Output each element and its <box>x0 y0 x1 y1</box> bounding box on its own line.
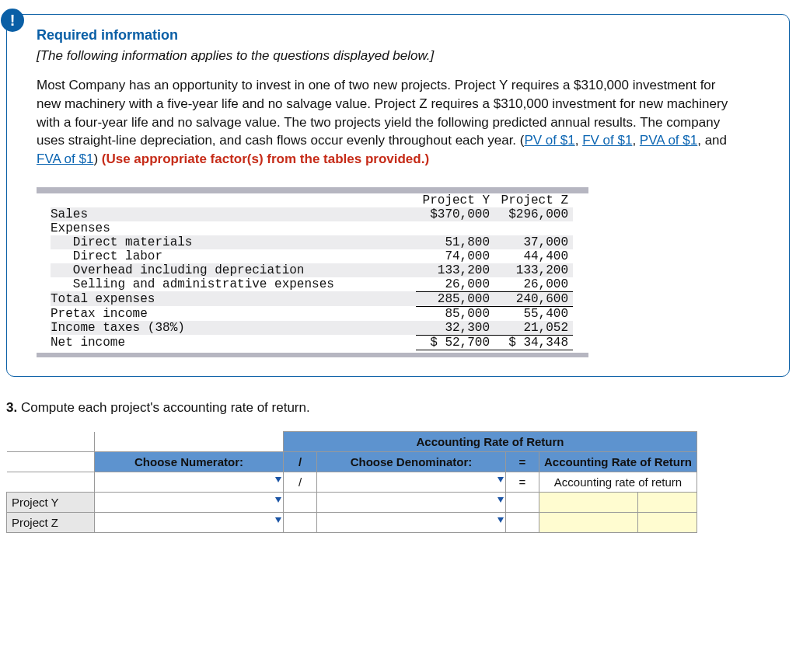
equals-header: = <box>506 452 539 472</box>
chevron-down-icon <box>275 517 281 523</box>
required-info-heading: Required information <box>37 27 736 44</box>
row-label: Sales <box>51 207 416 221</box>
project-y-denominator-select[interactable] <box>317 493 506 513</box>
project-y-numerator-select[interactable] <box>95 493 284 513</box>
cell: 85,000 <box>416 306 494 321</box>
cell: 133,200 <box>494 263 573 277</box>
row-label: Net income <box>51 335 416 350</box>
cell: $ 52,700 <box>416 335 494 350</box>
cell: 21,052 <box>494 321 573 336</box>
row-label: Direct materials <box>51 235 416 249</box>
project-z-label: Project Z <box>7 513 95 533</box>
result-row-label: Accounting rate of return <box>539 472 697 493</box>
col-header-project-y: Project Y <box>416 193 494 207</box>
row-label: Selling and administrative expenses <box>51 277 416 292</box>
project-y-result-unit[interactable] <box>638 493 697 513</box>
cell: $370,000 <box>416 207 494 221</box>
slash-header: / <box>284 452 317 472</box>
info-icon: ! <box>1 9 24 32</box>
cell: 285,000 <box>416 291 494 306</box>
denominator-header: Choose Denominator: <box>317 452 506 472</box>
row-label: Direct labor <box>51 249 416 263</box>
cell: 51,800 <box>416 235 494 249</box>
required-info-box: ! Required information [The following in… <box>6 14 790 377</box>
slash-cell: / <box>284 472 317 493</box>
project-z-numerator-select[interactable] <box>95 513 284 533</box>
row-label: Pretax income <box>51 306 416 321</box>
info-content: Required information [The following info… <box>37 15 736 362</box>
project-z-denominator-select[interactable] <box>317 513 506 533</box>
project-z-result-unit[interactable] <box>638 513 697 533</box>
question-line: 3. Compute each project's accounting rat… <box>6 400 790 416</box>
chevron-down-icon <box>275 477 281 482</box>
problem-paragraph: Most Company has an opportunity to inves… <box>37 76 736 169</box>
answer-title: Accounting Rate of Return <box>284 432 697 452</box>
pva-link[interactable]: PVA of $1 <box>640 133 697 148</box>
chevron-down-icon <box>275 497 281 503</box>
cell: 133,200 <box>416 263 494 277</box>
row-label: Expenses <box>51 221 416 235</box>
row-label: Overhead including depreciation <box>51 263 416 277</box>
fv-link[interactable]: FV of $1 <box>582 133 632 148</box>
cell: 44,400 <box>494 249 573 263</box>
col-header-project-z: Project Z <box>494 193 573 207</box>
cell: 55,400 <box>494 306 573 321</box>
question-text: Compute each project's accounting rate o… <box>17 400 310 415</box>
equals-cell: = <box>506 472 539 493</box>
fva-link[interactable]: FVA of $1 <box>37 151 93 166</box>
red-instruction: (Use appropriate factor(s) from the tabl… <box>102 151 429 166</box>
row-label: Total expenses <box>51 291 416 306</box>
applies-note: [The following information applies to th… <box>37 48 736 64</box>
cell: $ 34,348 <box>494 335 573 350</box>
cell: 32,300 <box>416 321 494 336</box>
cell: 74,000 <box>416 249 494 263</box>
answer-table: Accounting Rate of Return Choose Numerat… <box>6 431 697 533</box>
chevron-down-icon <box>498 497 504 503</box>
result-header: Accounting Rate of Return <box>539 452 697 472</box>
project-y-result-input[interactable] <box>539 493 638 513</box>
row-label: Income taxes (38%) <box>51 321 416 336</box>
cell: 26,000 <box>416 277 494 292</box>
cell: 26,000 <box>494 277 573 292</box>
numerator-header: Choose Numerator: <box>95 452 284 472</box>
project-z-result-input[interactable] <box>539 513 638 533</box>
numerator-select[interactable] <box>95 472 284 493</box>
cell: 37,000 <box>494 235 573 249</box>
pv-link[interactable]: PV of $1 <box>524 133 574 148</box>
project-y-label: Project Y <box>7 493 95 513</box>
denominator-select[interactable] <box>317 472 506 493</box>
financial-table: Project Y Project Z Sales $370,000 $296,… <box>37 187 736 358</box>
chevron-down-icon <box>498 477 504 482</box>
cell: 240,600 <box>494 291 573 306</box>
cell: $296,000 <box>494 207 573 221</box>
chevron-down-icon <box>498 517 504 523</box>
question-number: 3. <box>6 400 17 415</box>
